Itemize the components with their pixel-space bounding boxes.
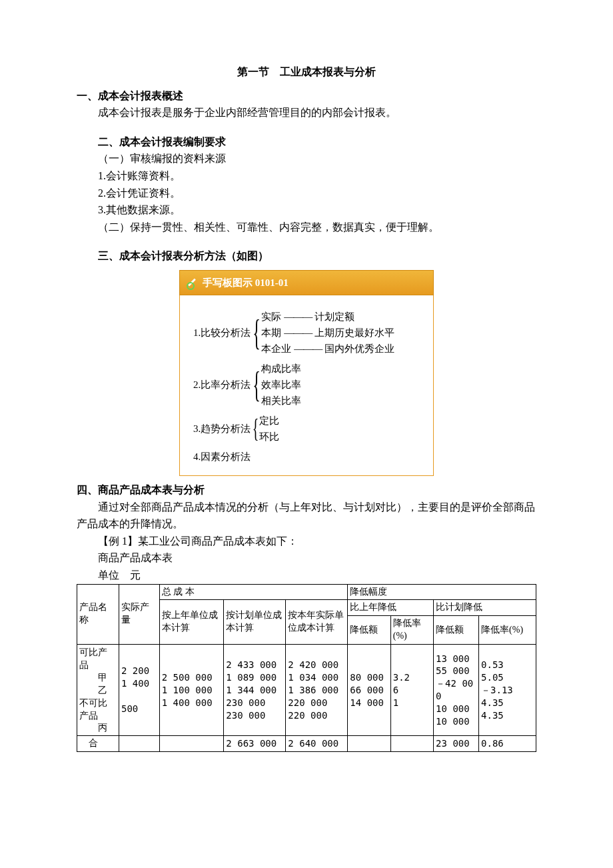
th-prev-amt: 降低额 [348,616,390,645]
table-caption: 商品产品成本表 [77,549,536,567]
th-prev-unit: 按上年单位成本计算 [159,600,224,645]
cell-empty [390,736,433,752]
th-vs-prev: 比上年降低 [348,600,434,616]
brace-icon: { [253,317,261,349]
m1c-right: 国内外优秀企业 [324,343,394,354]
m2c: 相关比率 [261,393,301,409]
document-page: 第一节 工业成本报表与分析 一、成本会计报表概述 成本会计报表是服务于企业内部经… [0,0,613,868]
diagram-body: 1.比较分析法 { 实际———计划定额 本期———上期历史最好水平 本企业———… [179,295,434,476]
list-item: （二）保持一贯性、相关性、可靠性、内容完整，数据真实，便于理解。 [77,219,536,236]
m1a-right: 计划定额 [314,311,354,322]
method-3-label: 3.趋势分析法 [193,421,252,437]
heading-3: 三、成本会计报表分析方法（如图） [77,247,536,265]
m1b-right: 上期历史最好水平 [314,327,394,338]
cell-sum-label: 合 [77,736,119,752]
method-1-label: 1.比较分析法 [193,325,252,341]
table-row-sum: 合 2 663 000 2 640 000 23 000 0.86 [77,736,536,752]
th-prev-pct: 降低率(%) [390,616,433,645]
th-act-unit: 按本年实际单位成本计算 [286,600,348,645]
cell-names: 可比产品 甲 乙 不可比产品 丙 [77,645,119,736]
cell-sum-plan: 2 663 000 [224,736,286,752]
section-title: 第一节 工业成本报表与分析 [77,63,536,81]
heading-1: 一、成本会计报表概述 [77,87,536,105]
th-plan-amt: 降低额 [434,616,479,645]
th-reduce: 降低幅度 [348,584,536,600]
m1c-left: 本企业 [261,343,291,354]
m3b: 环比 [259,429,279,445]
pen-icon [187,277,199,289]
th-plan-unit: 按计划单位成本计算 [224,600,286,645]
paragraph: 通过对全部商品产品成本情况的分析（与上年对比、与计划对比），主要目的是评价全部商… [77,499,536,533]
cell-plan: 2 433 000 1 089 000 1 344 000 230 000 23… [224,645,286,736]
cell-empty [159,736,224,752]
cell-empty [348,736,390,752]
cell-empty [119,736,159,752]
cell-prev-pct: 3.2 6 1 [390,645,433,736]
method-1: 1.比较分析法 { 实际———计划定额 本期———上期历史最好水平 本企业———… [193,309,422,357]
analysis-methods-diagram: 手写板图示 0101-01 1.比较分析法 { 实际———计划定额 本期———上… [179,270,434,476]
diagram-header-text: 手写板图示 0101-01 [203,275,289,291]
example-label: 【例 1】某工业公司商品产品成本表如下： [77,533,536,550]
cell-qty: 2 200 1 400 500 [119,645,159,736]
m1a-left: 实际 [261,311,281,322]
list-item: 2.会计凭证资料。 [77,185,536,202]
cost-table: 产品名称 实际产量 总 成 本 降低幅度 按上年单位成本计算 按计划单位成本计算… [77,584,536,753]
m3a: 定比 [259,413,279,429]
method-2-label: 2.比率分析法 [193,377,252,393]
th-total-cost: 总 成 本 [159,584,348,600]
cell-plan-amt: 13 000 55 000 －42 000 10 000 10 000 [434,645,479,736]
m2b: 效率比率 [261,377,301,393]
list-item: （一）审核编报的资料来源 [77,150,536,167]
cell-prev-amt: 80 000 66 000 14 000 [348,645,390,736]
table-row: 可比产品 甲 乙 不可比产品 丙 2 200 1 400 500 2 500 0… [77,645,536,736]
list-item: 3.其他数据来源。 [77,201,536,219]
method-4: 4.因素分析法 [193,449,422,465]
cell-sum-act: 2 640 000 [286,736,348,752]
brace-icon: { [253,417,259,441]
cell-sum-plan-pct: 0.86 [479,736,536,752]
brace-icon: { [253,369,261,401]
heading-4: 四、商品产品成本表与分析 [77,481,536,499]
list-item: 1.会计账簿资料。 [77,167,536,185]
table-unit: 单位 元 [77,567,536,584]
m1b-left: 本期 [261,327,281,338]
paragraph: 成本会计报表是服务于企业内部经营管理目的的内部会计报表。 [77,104,536,121]
method-2: 2.比率分析法 { 构成比率 效率比率 相关比率 [193,361,422,409]
th-qty: 实际产量 [119,584,159,645]
cell-plan-pct: 0.53 5.05 －3.13 4.35 4.35 [479,645,536,736]
diagram-header: 手写板图示 0101-01 [179,270,434,295]
cell-sum-plan-amt: 23 000 [434,736,479,752]
method-3: 3.趋势分析法 { 定比 环比 [193,413,422,445]
cell-act: 2 420 000 1 034 000 1 386 000 220 000 22… [286,645,348,736]
table-header-row: 产品名称 实际产量 总 成 本 降低幅度 [77,584,536,600]
th-product: 产品名称 [77,584,119,645]
th-vs-plan: 比计划降低 [434,600,536,616]
th-plan-pct: 降低率(%) [479,616,536,645]
heading-2: 二、成本会计报表编制要求 [77,133,536,151]
cell-prev: 2 500 000 1 100 000 1 400 000 [159,645,224,736]
m2a: 构成比率 [261,361,301,377]
